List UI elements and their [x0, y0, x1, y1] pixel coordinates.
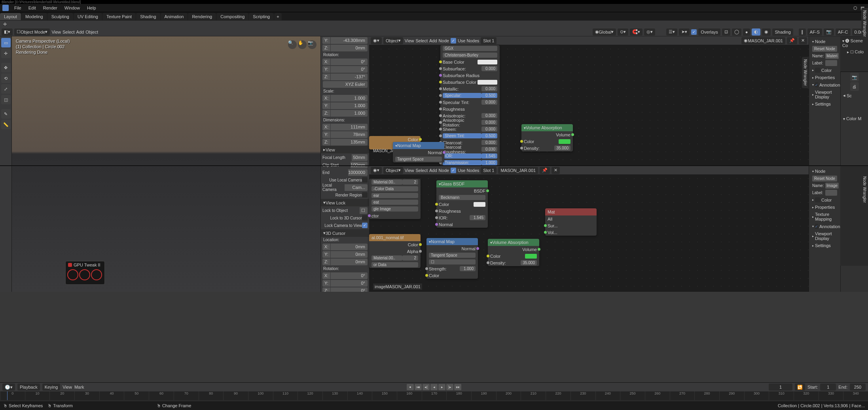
- colordata-select[interactable]: -Color Data: [371, 186, 418, 191]
- cursor-rz[interactable]: 0°: [331, 287, 368, 292]
- dim-x[interactable]: 111mm: [331, 124, 368, 130]
- play-rev-icon[interactable]: ◂: [430, 384, 438, 390]
- loc-z-value[interactable]: 0mm: [331, 45, 368, 51]
- filter-button[interactable]: ☰▾: [666, 28, 677, 36]
- glass-color-swatch[interactable]: [474, 202, 485, 207]
- node-principled-bsdf[interactable]: GGX Christensen-Burley Base Color Subsur…: [440, 45, 500, 173]
- editor-type-select[interactable]: ◧▾: [2, 28, 13, 36]
- vdisp-header2[interactable]: ▸Viewport Display: [811, 230, 839, 242]
- node-add-menu[interactable]: Add: [429, 38, 437, 43]
- node-glass-bsdf[interactable]: ▾ Glass BSDF BSDF Beckmann Color Roughne…: [436, 180, 488, 228]
- volabs-color-swatch[interactable]: [559, 139, 570, 144]
- outliner[interactable]: ▾ 🅢 Scene Co ▸ ☐ Colo: [840, 36, 868, 72]
- volabs2-density[interactable]: 35.000: [521, 260, 537, 265]
- glass-dist-select[interactable]: Beckmann: [439, 195, 485, 200]
- menu-help[interactable]: Help: [84, 5, 99, 11]
- timeline-editor-type[interactable]: 🕑▾: [2, 384, 15, 391]
- camera-icon[interactable]: 📷: [824, 28, 834, 36]
- color-checkbox2[interactable]: [815, 197, 820, 202]
- basecolor-swatch[interactable]: [478, 60, 497, 64]
- node-object-mode2[interactable]: Object ▾: [383, 167, 403, 174]
- node-editor-type2[interactable]: ◉▾: [371, 167, 382, 174]
- rot-y[interactable]: 0°: [331, 66, 368, 73]
- settings-panel-header[interactable]: ▸Settings: [811, 100, 839, 108]
- frame-sync-icon[interactable]: 🔁: [795, 384, 805, 391]
- name-field2[interactable]: Image: [825, 183, 839, 189]
- node-normal-map-2[interactable]: ▾ Normal Map Normal Tangent Space ☐ Stre…: [426, 238, 478, 279]
- usenodes-checkbox2[interactable]: [451, 168, 456, 173]
- reset-node-button[interactable]: Reset Node: [812, 46, 837, 52]
- menu-edit[interactable]: Edit: [25, 5, 39, 11]
- tspace-select[interactable]: Tangent Space: [395, 157, 442, 162]
- sheen-value[interactable]: 0.000: [481, 127, 497, 132]
- slot-select2[interactable]: Slot 1: [481, 167, 497, 174]
- node-node-menu[interactable]: Node: [439, 38, 449, 43]
- node2-node[interactable]: Node: [439, 168, 449, 173]
- usenodes-checkbox[interactable]: [451, 38, 456, 43]
- label-field[interactable]: [825, 60, 837, 66]
- density-value[interactable]: 35.000: [554, 145, 570, 151]
- overlays-menu[interactable]: Overlays: [698, 28, 720, 36]
- bsdf-sss-select[interactable]: Christensen-Burley: [443, 53, 497, 58]
- overlays-toggle[interactable]: [691, 29, 697, 35]
- tool-select[interactable]: ▭: [1, 38, 11, 47]
- pause-icon[interactable]: ‖: [799, 28, 806, 36]
- outliner-collection[interactable]: ▸ ☐ Colo: [841, 49, 867, 55]
- shading-menu[interactable]: Shading: [772, 28, 793, 36]
- ior-value[interactable]: 1.545: [481, 153, 497, 159]
- tool-rotate[interactable]: ⟲: [1, 74, 11, 83]
- cursor-rx[interactable]: 0°: [331, 272, 368, 279]
- tab-modeling[interactable]: Modeling: [21, 13, 47, 20]
- material-select[interactable]: ◉ MASON_JAR.001: [741, 37, 785, 44]
- metallic-value[interactable]: 0.000: [481, 86, 497, 91]
- end-frame[interactable]: 250: [850, 384, 866, 391]
- annot-checkbox[interactable]: [815, 82, 818, 87]
- specular-value[interactable]: 0.500: [481, 93, 497, 98]
- zoom-icon[interactable]: 🔍: [288, 40, 297, 49]
- scene-icon[interactable]: ⬡: [852, 5, 859, 11]
- node-select-menu[interactable]: Select: [415, 38, 428, 43]
- tab-texpaint[interactable]: Texture Paint: [102, 13, 136, 20]
- start-frame[interactable]: 1: [820, 384, 836, 391]
- settings-header2[interactable]: ▸Settings: [811, 242, 839, 249]
- dim-z[interactable]: 135mm: [331, 139, 368, 145]
- tool-measure[interactable]: 📏: [1, 120, 11, 129]
- tab-scripting[interactable]: Scripting: [249, 13, 274, 20]
- prop-colorm-header[interactable]: ▾ Color M: [841, 115, 868, 122]
- outliner-scene[interactable]: ▾ 🅢 Scene Co: [841, 38, 867, 49]
- clearrough-value[interactable]: 0.030: [481, 147, 497, 152]
- aniso-value[interactable]: 0.000: [481, 113, 497, 118]
- play-icon[interactable]: ▸: [438, 384, 445, 390]
- shading-rendered-icon[interactable]: ◉: [762, 28, 771, 36]
- dim-y[interactable]: 78mm: [331, 131, 368, 138]
- cursor-tool-icon[interactable]: ✛: [2, 21, 8, 27]
- node-wrangler-tab2[interactable]: Node Wrangler: [861, 8, 868, 39]
- timeline-marker[interactable]: Mark: [74, 385, 84, 389]
- nmap2-tspace-select[interactable]: Tangent Space: [429, 253, 476, 258]
- props-panel-header[interactable]: ▸Properties: [811, 74, 839, 81]
- prop-output-icon[interactable]: 🖨: [850, 82, 859, 91]
- anisorot-value[interactable]: 0.000: [481, 120, 497, 125]
- tab-add[interactable]: +: [274, 13, 281, 20]
- node-image-texture-1[interactable]: Material.00..2 -Color Data ear eat gle I…: [369, 179, 421, 219]
- prop-scene-label[interactable]: Sc: [847, 93, 852, 98]
- mode-select[interactable]: ☐ Object Mode ▾: [14, 28, 50, 36]
- tab-shading[interactable]: Shading: [136, 13, 160, 20]
- material-select2[interactable]: MASON_JAR.001: [498, 167, 538, 174]
- bsdf-dist-select[interactable]: GGX: [443, 46, 497, 51]
- props-header2[interactable]: ▸Properties: [811, 204, 839, 211]
- jump-start-icon[interactable]: ⏮: [415, 384, 422, 390]
- clearcoat-value[interactable]: 0.000: [481, 140, 497, 145]
- v3d-select-menu[interactable]: Select: [63, 30, 75, 34]
- tool-transform[interactable]: ◫: [1, 95, 11, 104]
- sheentint-value[interactable]: 0.500: [481, 133, 497, 138]
- label-field2[interactable]: [825, 190, 837, 196]
- tool-cursor[interactable]: ✛: [1, 49, 11, 58]
- camera-view-icon[interactable]: 📷: [308, 40, 316, 49]
- tool-move[interactable]: ✥: [1, 63, 11, 72]
- focal-value[interactable]: 50mm: [352, 154, 368, 161]
- playback-menu[interactable]: Playback: [17, 384, 40, 391]
- menu-render[interactable]: Render: [40, 5, 61, 11]
- menu-file[interactable]: File: [11, 5, 25, 11]
- gpu-tweak-overlay[interactable]: GPU Tweak II: [65, 261, 105, 285]
